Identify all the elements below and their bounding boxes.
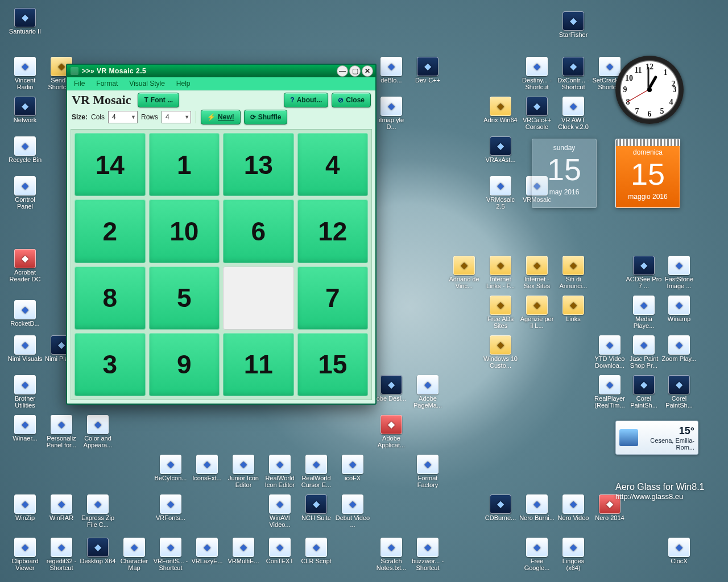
desktop-icon[interactable]: ◆regedit32 - Shortcut	[43, 538, 80, 572]
desktop-icon[interactable]: ◆WinRAR	[43, 494, 80, 529]
desktop-icon[interactable]: ◆Express Zip File C...	[80, 494, 116, 529]
desktop-icon[interactable]: ◆Debut Video ...	[334, 494, 371, 529]
desktop-icon[interactable]: ◆VR AWT Clock v.2.0	[555, 97, 592, 131]
font-button[interactable]: TFont ...	[138, 93, 179, 107]
desktop-icon[interactable]: ◆buzzwor... - Shortcut	[410, 538, 446, 572]
desktop-icon[interactable]: ◆NCH Suite	[298, 494, 334, 529]
desktop-icon[interactable]: ◆IconsExt...	[189, 455, 225, 489]
desktop-icon[interactable]: ◆Destiny... - Shortcut	[519, 57, 555, 91]
desktop-icon[interactable]: ◆Network	[7, 97, 43, 131]
desktop-icon[interactable]: ◆Character Map	[116, 538, 152, 572]
app-close-button[interactable]: ⊘Close	[332, 93, 371, 107]
desktop-icon[interactable]: ◆Corel PaintSh...	[626, 375, 662, 409]
menu-help[interactable]: Help	[171, 78, 196, 89]
shuffle-button[interactable]: ⟳Shuffle	[244, 110, 288, 124]
desktop-icon[interactable]: ◆Format Factory	[410, 455, 446, 489]
desktop-icon[interactable]: ◆Brother Utilities	[7, 375, 43, 409]
vrmosaic-window[interactable]: >>» VR Mosaic 2.5 — ▢ ✕ File Format Visu…	[66, 64, 377, 405]
calendar-gadget-orange[interactable]: domenica 15 maggio 2016	[615, 139, 680, 208]
desktop-icon[interactable]: ◆Agenzie per il L...	[519, 296, 555, 330]
puzzle-tile[interactable]: 10	[149, 199, 220, 263]
desktop-icon[interactable]: ◆FastStone Image ...	[661, 256, 697, 290]
desktop-icon[interactable]: ◆Adrix Win64	[482, 97, 519, 131]
cols-select[interactable]: 4▼	[108, 111, 138, 123]
menu-visual-style[interactable]: Visual Style	[123, 78, 170, 89]
desktop-icon[interactable]: ◆Color and Appeara...	[80, 415, 116, 449]
puzzle-tile[interactable]: 4	[297, 133, 369, 196]
desktop-icon[interactable]: ◆YTD Video Downloa...	[592, 335, 628, 369]
desktop-icon[interactable]: ◆CDBurne...	[482, 494, 519, 529]
desktop-icon[interactable]: ◆Clipboard Viewer	[7, 538, 43, 572]
desktop-icon[interactable]: ◆StarFisher	[555, 11, 592, 45]
desktop-icon[interactable]: ◆Corel PaintSh...	[661, 375, 697, 409]
puzzle-tile[interactable]: 13	[223, 133, 294, 196]
desktop-icon[interactable]: ◆RealWorld Icon Editor	[262, 455, 298, 489]
desktop-icon[interactable]: ◆ClocX	[661, 538, 697, 572]
desktop-icon[interactable]: ◆VRFonts...	[152, 494, 189, 529]
desktop-icon[interactable]: ◆WinZip	[7, 494, 43, 529]
desktop-icon[interactable]: ◆Adriano de Vinc...	[446, 256, 482, 290]
desktop-icon[interactable]: ◆Internet Links - F...	[482, 256, 519, 290]
desktop-icon[interactable]: ◆RealPlayer (RealTim...	[592, 375, 628, 409]
desktop-icon[interactable]: ◆VRFontS... - Shortcut	[152, 538, 189, 572]
desktop-icon[interactable]: ◆Siti di Annunci...	[555, 256, 592, 290]
desktop-icon[interactable]: ◆Adobe Applicat...	[373, 415, 410, 449]
desktop-icon[interactable]: ◆Zoom Play...	[661, 335, 697, 369]
desktop-icon[interactable]: ◆Nimi Visuals	[7, 335, 43, 369]
about-button[interactable]: ?About...	[284, 93, 328, 107]
desktop-icon[interactable]: ◆Winamp	[661, 296, 697, 330]
puzzle-tile[interactable]: 1	[149, 133, 220, 196]
desktop-icon[interactable]: ◆VRAxAst...	[482, 136, 519, 171]
puzzle-tile[interactable]: 9	[149, 333, 220, 396]
desktop-icon[interactable]: ◆BeCyIcon...	[152, 455, 189, 489]
desktop-icon[interactable]: ◆Jasc Paint Shop Pr...	[626, 335, 662, 369]
desktop-icon[interactable]: ◆deBlo...	[373, 57, 410, 91]
desktop-icon[interactable]: ◆RealWorld Cursor E...	[298, 455, 334, 489]
desktop-icon[interactable]: ◆RocketD...	[7, 300, 43, 334]
desktop-icon[interactable]: ◆Acrobat Reader DC	[7, 249, 43, 283]
desktop-icon[interactable]: ◆Desktop X64	[80, 538, 116, 572]
puzzle-tile[interactable]: 14	[75, 133, 146, 196]
desktop-icon[interactable]: ◆Scratch Notes.txt...	[373, 538, 410, 572]
desktop-icon[interactable]: ◆Nero Burni...	[519, 494, 555, 529]
desktop-icon[interactable]: ◆VRCalc++ Console	[519, 97, 555, 131]
desktop-icon[interactable]: ◆VRLazyE...	[189, 538, 225, 572]
analog-clock-gadget[interactable]: 12 1 2 3 4 5 6 7 8 9 10 11	[615, 56, 684, 124]
desktop-icon[interactable]: ◆Adobe PageMa...	[410, 375, 446, 409]
puzzle-tile[interactable]: 5	[149, 267, 220, 330]
puzzle-tile[interactable]: 8	[75, 267, 146, 330]
desktop-icon[interactable]: ◆itmap yle D...	[373, 97, 410, 131]
puzzle-tile[interactable]: 15	[297, 333, 369, 396]
desktop-icon[interactable]: ◆CLR Script	[298, 538, 334, 572]
desktop-icon[interactable]: ◆Vincent Radio	[7, 57, 43, 91]
weather-gadget[interactable]: 15° Cesena, Emilia-Rom...	[615, 421, 698, 455]
desktop-icon[interactable]: ◆Internet - Sex Sites	[519, 256, 555, 290]
titlebar[interactable]: >>» VR Mosaic 2.5 — ▢ ✕	[67, 65, 375, 77]
desktop-icon[interactable]: ◆Links	[555, 296, 592, 330]
puzzle-tile[interactable]: 3	[75, 333, 146, 396]
desktop-icon[interactable]: ◆Media Playe...	[626, 296, 662, 330]
puzzle-tile[interactable]: 2	[75, 199, 146, 263]
desktop-icon[interactable]: ◆Personaliz Panel for...	[43, 415, 80, 449]
desktop-icon[interactable]: ◆Winaer...	[7, 415, 43, 449]
minimize-button[interactable]: —	[337, 65, 348, 77]
desktop-icon[interactable]: ◆Dev-C++	[410, 57, 446, 91]
desktop-icon[interactable]: ◆ACDSee Pro 7 ...	[626, 256, 662, 290]
desktop-icon[interactable]: ◆VRMosaic 2.5	[482, 176, 519, 210]
desktop-icon[interactable]: ◆WinAVI Video...	[262, 494, 298, 529]
desktop-icon[interactable]: ◆Windows 10 Custo...	[482, 335, 519, 369]
desktop-icon[interactable]: ◆Santuario II	[7, 8, 43, 42]
rows-select[interactable]: 4▼	[162, 111, 191, 123]
close-button[interactable]: ✕	[362, 65, 373, 77]
puzzle-tile[interactable]: 11	[223, 333, 294, 396]
desktop-icon[interactable]: ◆Control Panel	[7, 176, 43, 210]
desktop-icon[interactable]: ◆Free ADs Sites	[482, 296, 519, 330]
calendar-gadget-light[interactable]: sunday 15 may 2016	[532, 139, 597, 208]
desktop-icon[interactable]: ◆Recycle Bin	[7, 136, 43, 171]
puzzle-tile[interactable]: 6	[223, 199, 294, 263]
desktop-icon[interactable]: ◆Junior Icon Editor	[225, 455, 262, 489]
desktop-icon[interactable]: ◆ConTEXT	[262, 538, 298, 572]
desktop-icon[interactable]: ◆obe Desi...	[373, 375, 410, 409]
desktop-icon[interactable]: ◆Free Google...	[519, 538, 555, 572]
menu-format[interactable]: Format	[90, 78, 123, 89]
